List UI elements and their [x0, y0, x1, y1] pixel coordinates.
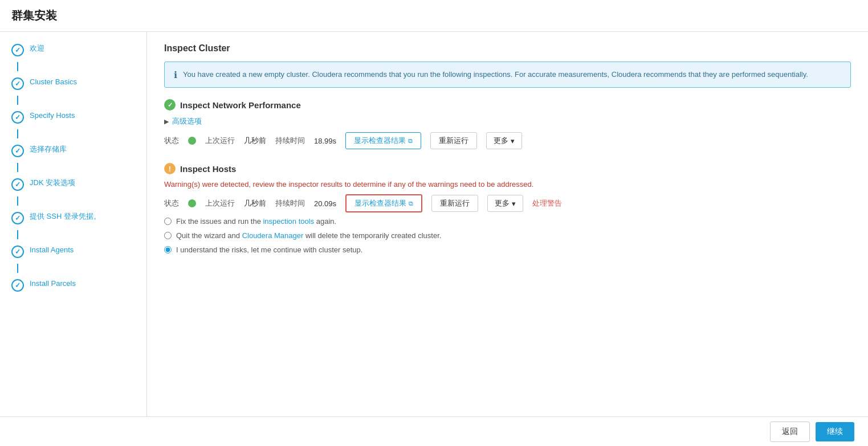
content-area: Inspect Cluster ℹ You have created a new… [147, 32, 868, 446]
radio-quit-wizard[interactable]: Quit the wizard and Cloudera Manager wil… [164, 231, 851, 240]
sidebar-item-install-parcels[interactable]: ✓ Install Parcels [0, 273, 146, 297]
sidebar-connector-3 [17, 163, 18, 172]
advanced-options-toggle[interactable]: ▶ 高级选项 [164, 116, 851, 126]
sidebar-check-icon-jdk-options: ✓ [11, 178, 24, 191]
hosts-last-run-label: 上次运行 [205, 198, 235, 208]
info-box-text: You have created a new empty cluster. Cl… [183, 69, 808, 80]
radio-fix-issues-label: Fix the issues and run the inspection to… [176, 217, 336, 226]
process-warning-label: 处理警告 [532, 198, 562, 208]
more-dropdown-icon-hosts: ▾ [512, 199, 516, 208]
sidebar-label-install-parcels: Install Parcels [30, 279, 76, 289]
network-duration-value: 18.99s [314, 137, 336, 145]
radio-understand-risks-label: I understand the risks, let me continue … [176, 245, 362, 254]
sidebar: ✓ 欢迎 ✓ Cluster Basics ✓ Specify Hosts ✓ [0, 32, 147, 446]
back-button[interactable]: 返回 [770, 422, 810, 442]
network-last-run-value: 几秒前 [244, 136, 266, 146]
hosts-rerun-button[interactable]: 重新运行 [431, 195, 478, 212]
radio-understand-risks-input[interactable] [164, 246, 172, 253]
sidebar-label-cluster-basics: Cluster Basics [30, 77, 77, 87]
network-show-result-button[interactable]: 显示检查器结果 ⧉ [345, 132, 421, 149]
sidebar-label-select-storage: 选择存储库 [30, 144, 67, 154]
sidebar-label-welcome: 欢迎 [30, 43, 44, 54]
hosts-duration-label: 持续时间 [275, 198, 305, 208]
network-status-label: 状态 [164, 136, 179, 146]
bottom-bar: 返回 继续 [0, 416, 868, 446]
hosts-status-warn-icon: ! [164, 163, 176, 174]
network-duration-label: 持续时间 [275, 136, 305, 146]
network-section: ✓ Inspect Network Performance ▶ 高级选项 状态 … [164, 99, 851, 149]
radio-understand-risks[interactable]: I understand the risks, let me continue … [164, 245, 851, 254]
info-icon: ℹ [174, 69, 177, 80]
network-status-ok-icon: ✓ [164, 99, 176, 111]
hosts-status-dot [188, 199, 196, 207]
hosts-show-result-button[interactable]: 显示检查器结果 ⧉ [345, 194, 422, 212]
sidebar-item-jdk-options[interactable]: ✓ JDK 安装选项 [0, 172, 146, 197]
sidebar-label-specify-hosts: Specify Hosts [30, 111, 75, 121]
network-rerun-button[interactable]: 重新运行 [430, 132, 477, 149]
more-dropdown-icon-network: ▾ [511, 137, 515, 145]
sidebar-label-ssh-credentials: 提供 SSH 登录凭据。 [30, 211, 101, 222]
advanced-arrow-icon: ▶ [164, 118, 169, 125]
radio-quit-wizard-label: Quit the wizard and Cloudera Manager wil… [176, 231, 441, 240]
sidebar-connector-4 [17, 197, 18, 206]
sidebar-connector-5 [17, 230, 18, 239]
external-link-icon-network: ⧉ [408, 137, 413, 145]
continue-button[interactable]: 继续 [816, 422, 854, 441]
cloudera-manager-link[interactable]: Cloudera Manager [242, 231, 304, 240]
hosts-section: ! Inspect Hosts Warning(s) were detected… [164, 163, 851, 254]
sidebar-connector-0 [17, 62, 18, 71]
hosts-last-run-value: 几秒前 [244, 198, 266, 208]
sidebar-check-icon-install-agents: ✓ [11, 245, 24, 258]
network-section-title: ✓ Inspect Network Performance [164, 99, 851, 111]
sidebar-label-install-agents: Install Agents [30, 245, 74, 255]
content-title: Inspect Cluster [164, 43, 851, 54]
hosts-duration-value: 20.09s [314, 199, 336, 208]
radio-fix-issues[interactable]: Fix the issues and run the inspection to… [164, 217, 851, 226]
hosts-warning-text: Warning(s) were detected, review the ins… [164, 180, 851, 189]
sidebar-item-welcome[interactable]: ✓ 欢迎 [0, 38, 146, 62]
page-title: 群集安装 [0, 0, 868, 32]
network-last-run-label: 上次运行 [205, 136, 235, 146]
sidebar-item-ssh-credentials[interactable]: ✓ 提供 SSH 登录凭据。 [0, 206, 146, 230]
network-status-dot [188, 137, 196, 145]
sidebar-check-icon-cluster-basics: ✓ [11, 77, 24, 90]
sidebar-item-cluster-basics[interactable]: ✓ Cluster Basics [0, 71, 146, 96]
hosts-status-label: 状态 [164, 198, 179, 208]
sidebar-connector-1 [17, 96, 18, 105]
hosts-more-button[interactable]: 更多 ▾ [487, 195, 523, 212]
hosts-status-row: 状态 上次运行 几秒前 持续时间 20.09s 显示检查器结果 ⧉ 重新运行 更… [164, 194, 851, 212]
sidebar-label-jdk-options: JDK 安装选项 [30, 178, 75, 188]
info-box: ℹ You have created a new empty cluster. … [164, 62, 851, 88]
inspection-tools-link[interactable]: inspection tools [263, 217, 314, 226]
sidebar-item-select-storage[interactable]: ✓ 选择存储库 [0, 138, 146, 163]
sidebar-item-specify-hosts[interactable]: ✓ Specify Hosts [0, 105, 146, 129]
sidebar-connector-2 [17, 129, 18, 138]
sidebar-check-icon-specify-hosts: ✓ [11, 111, 24, 124]
hosts-section-title: ! Inspect Hosts [164, 163, 851, 174]
external-link-icon-hosts: ⧉ [409, 200, 413, 207]
network-status-row: 状态 上次运行 几秒前 持续时间 18.99s 显示检查器结果 ⧉ 重新运行 更… [164, 132, 851, 149]
sidebar-check-icon-ssh-credentials: ✓ [11, 212, 24, 224]
sidebar-check-icon-select-storage: ✓ [11, 145, 24, 157]
radio-quit-wizard-input[interactable] [164, 232, 172, 239]
sidebar-item-install-agents[interactable]: ✓ Install Agents [0, 239, 146, 264]
network-more-button[interactable]: 更多 ▾ [486, 132, 522, 149]
sidebar-connector-6 [17, 264, 18, 273]
sidebar-check-icon-welcome: ✓ [11, 44, 24, 56]
sidebar-check-icon-install-parcels: ✓ [11, 279, 24, 292]
radio-fix-issues-input[interactable] [164, 218, 172, 225]
